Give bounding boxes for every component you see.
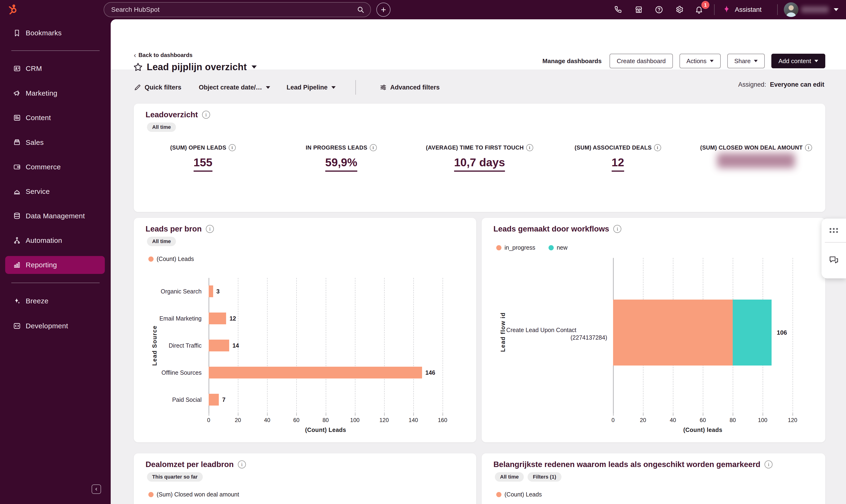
workflow-icon [13, 236, 21, 245]
sidebar-item-breeze[interactable]: Breeze [5, 292, 105, 310]
chevron-left-icon: ‹ [134, 52, 136, 58]
sidebar-item-service[interactable]: Service [5, 182, 105, 200]
actions-button[interactable]: Actions [680, 54, 721, 68]
comments-button[interactable] [822, 242, 846, 278]
legend-item-closed-won[interactable]: (Sum) Closed won deal amount [148, 491, 239, 498]
sidebar-item-crm[interactable]: CRM [5, 59, 105, 77]
filters-badge[interactable]: Filters (1) [527, 472, 561, 482]
bar-value-label: 14 [232, 342, 239, 349]
info-icon[interactable]: i [526, 144, 533, 151]
x-tick-label: 80 [322, 417, 329, 424]
drag-grid-button[interactable] [822, 219, 846, 242]
sidebar-item-automation[interactable]: Automation [5, 232, 105, 249]
topbar-divider [777, 4, 778, 15]
kpi-in-progress-leads: IN PROGRESS LEADSi 59,9% [272, 144, 410, 172]
kpi-value[interactable]: 10,7 days [454, 156, 505, 172]
advanced-filters-button[interactable]: Advanced filters [379, 84, 440, 91]
bar-offline-sources[interactable] [209, 367, 422, 378]
caret-down-icon [710, 60, 714, 62]
time-range-badge: All time [147, 123, 176, 132]
bar-direct-traffic[interactable] [209, 340, 229, 352]
sidebar-item-sales[interactable]: Sales [5, 133, 105, 151]
account-menu-caret-icon[interactable] [834, 8, 839, 11]
assigned-value[interactable]: Everyone can edit [770, 81, 824, 88]
info-icon[interactable]: i [238, 461, 246, 468]
sidebar-item-data-management[interactable]: Data Management [5, 207, 105, 225]
date-filter-dropdown[interactable]: Object create date/… [199, 84, 270, 91]
pipeline-filter-label: Lead Pipeline [287, 84, 328, 91]
bar-chart-icon [13, 261, 21, 269]
sidebar-item-content[interactable]: Content [5, 109, 105, 127]
favorite-star-icon[interactable] [133, 62, 143, 72]
share-button[interactable]: Share [727, 54, 765, 68]
legend-item-new[interactable]: new [548, 244, 568, 251]
segment-new[interactable] [733, 300, 772, 365]
sidebar-collapse-button[interactable] [92, 484, 101, 494]
time-range-badge: All time [147, 237, 176, 246]
x-tick-label: 120 [379, 417, 389, 424]
kpi-value[interactable]: 12 [612, 156, 624, 172]
assistant-sparkle-icon [722, 5, 732, 15]
marketplace-icon[interactable] [634, 5, 643, 14]
x-tick-label: 20 [640, 417, 646, 424]
quick-filters-button[interactable]: Quick filters [134, 84, 181, 91]
bar-email-marketing[interactable] [209, 312, 226, 324]
time-range-badge: All time [495, 472, 524, 482]
button-label: Add content [778, 57, 811, 65]
info-icon[interactable]: i [370, 144, 377, 151]
x-tick-label: 40 [670, 417, 676, 424]
sidebar-item-development[interactable]: Development [5, 317, 105, 335]
user-avatar[interactable] [784, 2, 798, 17]
segment-in_progress[interactable] [613, 300, 733, 365]
sidebar-item-commerce[interactable]: Commerce [5, 158, 105, 176]
sidebar-divider [11, 50, 100, 51]
global-search[interactable] [104, 2, 371, 17]
legend-item-count-leads[interactable]: (Count) Leads [496, 491, 542, 498]
sidebar-item-marketing[interactable]: Marketing [5, 84, 105, 102]
info-icon[interactable]: i [805, 144, 812, 151]
x-tick-label: 60 [293, 417, 300, 424]
dashboard-switcher-caret-icon[interactable] [252, 66, 257, 69]
hubspot-logo-icon[interactable] [7, 4, 18, 15]
kpi-label: (SUM) OPEN LEADS [170, 144, 226, 151]
search-icon[interactable] [357, 6, 364, 14]
x-tick-label: 160 [438, 417, 447, 424]
kpi-value[interactable]: 59,9% [325, 156, 357, 172]
info-icon[interactable]: i [613, 225, 621, 233]
add-content-button[interactable]: Add content [771, 54, 825, 68]
legend-item-count-leads[interactable]: (Count) Leads [148, 255, 194, 263]
manage-dashboards-link[interactable]: Manage dashboards [542, 57, 601, 65]
sidebar-navigation: Bookmarks CRM Marketing Content Sales Co… [0, 19, 111, 504]
kpi-value[interactable]: 155 [194, 156, 213, 172]
x-tick-label: 40 [264, 417, 270, 424]
legend-label: (Count) Leads [157, 255, 194, 263]
pipeline-filter-dropdown[interactable]: Lead Pipeline [287, 84, 336, 91]
bar-paid-social[interactable] [209, 394, 219, 406]
info-icon[interactable]: i [206, 225, 214, 233]
info-icon[interactable]: i [654, 144, 661, 151]
info-icon[interactable]: i [202, 111, 210, 119]
button-label: Create dashboard [617, 57, 666, 65]
card-title: Leadoverzicht [146, 110, 198, 119]
back-to-dashboards-link[interactable]: ‹ Back to dashboards [134, 52, 193, 58]
sidebar-item-reporting[interactable]: Reporting [5, 256, 105, 274]
sidebar-item-bookmarks[interactable]: Bookmarks [5, 24, 105, 42]
settings-gear-icon[interactable] [675, 5, 684, 14]
advanced-filters-label: Advanced filters [390, 84, 440, 91]
kpi-open-leads: (SUM) OPEN LEADSi 155 [134, 144, 272, 172]
main-content: ‹ Back to dashboards Lead pijplijn overz… [111, 19, 846, 504]
search-input[interactable] [111, 6, 357, 14]
sidebar-item-label: Service [26, 187, 50, 196]
help-icon[interactable] [654, 5, 664, 14]
create-dashboard-button[interactable]: Create dashboard [610, 54, 673, 68]
legend-label: new [557, 244, 568, 251]
sidebar-item-label: Sales [26, 139, 44, 146]
legend-item-in-progress[interactable]: in_progress [496, 244, 535, 251]
info-icon[interactable]: i [764, 461, 773, 468]
assistant-button[interactable]: Assistant [722, 0, 762, 19]
info-icon[interactable]: i [229, 144, 236, 151]
quick-create-button[interactable]: + [376, 3, 391, 17]
bar-organic-search[interactable] [209, 285, 213, 297]
kpi-label: (SUM) CLOSED WON DEAL AMOUNT [700, 144, 803, 151]
calling-icon[interactable] [614, 5, 623, 14]
